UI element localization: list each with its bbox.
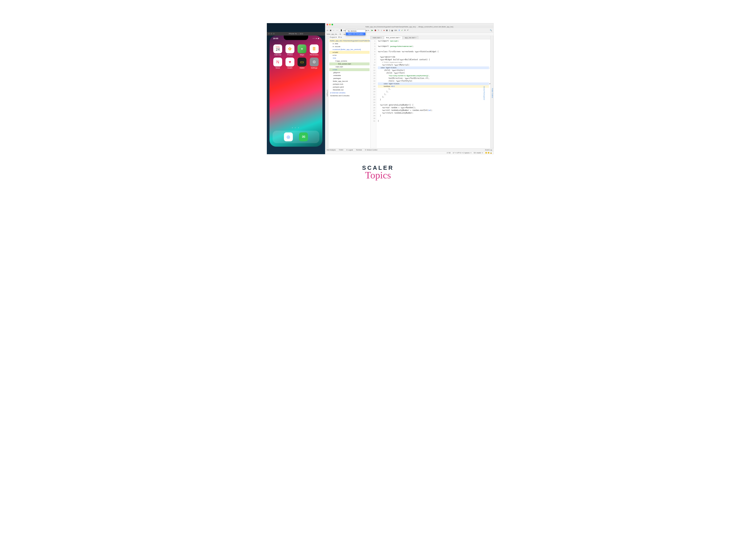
bottom-tab[interactable]: 6: Logcat (346, 149, 353, 151)
app-calendar[interactable]: Friday24Calendar (273, 44, 283, 56)
caret-position[interactable]: 17:30 (447, 152, 451, 154)
ios-simulator-window: iPhone Xs — 12.2 10:03 ··· ≈ ■ Friday24C… (267, 23, 325, 154)
tree-node[interactable]: main.dart (329, 65, 370, 68)
tree-node[interactable]: ▸ External Libraries (329, 91, 370, 94)
left-tool-tabs[interactable]: 1: ProjectResource ManagerLayout Capture… (325, 36, 328, 148)
tree-node[interactable]: .metadata (329, 74, 370, 77)
debug-button[interactable]: 🐞 (374, 29, 376, 31)
app-health[interactable]: ♥Health (285, 58, 295, 69)
dock-app-safari[interactable]: ◎ (284, 133, 293, 141)
editor-tab[interactable]: main.dart × (371, 36, 384, 39)
project-tool-window[interactable]: Project ▾ ⚙ ⇲ flutter_app_two /Volumes/A… (328, 36, 371, 148)
event-log-tab[interactable]: Event Log (485, 149, 492, 151)
editor-tab[interactable]: first_screen.dart × (384, 36, 402, 39)
app-reminders[interactable]: ≣Reminders (309, 44, 320, 56)
sdk-icon[interactable]: ⬓ (391, 29, 393, 31)
bottom-tab[interactable]: 9: Version Control (365, 149, 377, 151)
window-title: flutter_app_two [/Volumes/Augusta/Cross/… (325, 26, 493, 28)
tree-node[interactable]: ▸ test (329, 68, 370, 71)
tree-node[interactable]: Scratches and Consoles (329, 94, 370, 97)
attach-button[interactable]: ⤓ (381, 29, 382, 31)
tree-node[interactable]: ▸ .vscode (329, 45, 370, 48)
git-label: Git: (394, 29, 397, 31)
scaler-topics-logo: SCALER Topics (237, 165, 519, 181)
project-view-selector[interactable]: Project ▾ ⚙ ⇲ (328, 36, 370, 39)
tree-node[interactable]: pubspec.lock (329, 83, 370, 86)
window-controls[interactable] (325, 23, 493, 26)
tree-node[interactable]: ▾ lib (329, 57, 370, 60)
bottom-tab[interactable]: Terminal (356, 149, 362, 151)
run-button[interactable]: ▶ (372, 29, 373, 31)
editor-tab[interactable]: app_bar.dart × (403, 36, 418, 39)
app-photos[interactable]: ✿Photos (285, 44, 295, 56)
back-icon[interactable]: ← (333, 29, 335, 31)
open-icon[interactable]: ▭ (327, 29, 328, 31)
profile-button[interactable]: ↻ (378, 29, 379, 31)
git-commit-icon[interactable]: ✔ (401, 29, 403, 31)
git-revert-icon[interactable]: ↶ (407, 29, 409, 31)
status-face-icon[interactable]: 🙂 🙂 🔒 (485, 152, 492, 154)
editor-area: main.dart ×first_screen.dart ×app_bar.da… (371, 36, 490, 148)
simulator-title: iPhone Xs — 12.2 (289, 33, 303, 35)
tree-node[interactable]: .packages (329, 77, 370, 80)
tree-node[interactable]: ▸ android [flutter_app_two_android] (329, 48, 370, 51)
git-branch[interactable]: Git: master ⇥ (474, 152, 483, 154)
editor-tabs: main.dart ×first_screen.dart ×app_bar.da… (371, 36, 490, 39)
gutter: 1234567891011121314151617181920212223242… (371, 39, 376, 148)
save-icon[interactable]: ▣ (330, 29, 332, 31)
tree-node[interactable]: ▸ build (329, 51, 370, 54)
iphone-screen[interactable]: 10:03 ··· ≈ ■ Friday24Calendar✿Photos⌖Ma… (269, 36, 322, 147)
device-selector-popup[interactable]: No devices Open iOS Simulator (346, 29, 366, 36)
tool-tab[interactable]: Device File Explorer (483, 86, 485, 100)
android-studio-window: flutter_app_two [/Volumes/Augusta/Cross/… (325, 23, 494, 154)
layout-inspector-icon[interactable]: ▦ (386, 29, 388, 31)
tree-node[interactable]: pubspec.yaml (329, 86, 370, 88)
tree-node[interactable]: ▸ .idea (329, 42, 370, 45)
search-icon[interactable]: 🔍 (490, 29, 492, 31)
simulator-titlebar[interactable]: iPhone Xs — 12.2 (267, 32, 325, 36)
popup-open-ios-simulator[interactable]: Open iOS Simulator (346, 32, 365, 35)
tree-node[interactable]: .gitignore (329, 71, 370, 74)
window-controls[interactable] (268, 33, 275, 34)
right-tool-tabs[interactable]: Flutter OutlineDevice File Explorer (490, 36, 493, 148)
git-history-icon[interactable]: ⟳ (404, 29, 406, 31)
git-update-icon[interactable]: ⬇ (398, 29, 400, 31)
bottom-tab[interactable]: Dart Analysis (327, 149, 336, 151)
app-wallet[interactable]: ▭Wallet (297, 58, 307, 69)
app-maps[interactable]: ⌖Maps (297, 44, 307, 56)
page-indicator: • ○ ○ (269, 127, 322, 129)
tree-node[interactable]: flutter_app_two /Volumes/Augusta/Cross/F… (329, 39, 370, 42)
tree-node[interactable]: flutter_app_two.iml (329, 80, 370, 83)
tree-node[interactable]: README.md (329, 88, 370, 91)
bottom-tool-tabs[interactable]: Dart AnalysisTODO6: LogcatTerminal9: Ver… (325, 148, 493, 151)
status-time: 10:03 (273, 37, 278, 40)
stop-button[interactable]: ■ (384, 29, 385, 31)
forward-icon[interactable]: → (336, 29, 338, 31)
bottom-tab[interactable]: TODO (339, 149, 343, 151)
dock-app-messages[interactable]: ✉ (299, 133, 308, 141)
app-settings[interactable]: ⚙Settings (309, 58, 320, 69)
home-grid: Friday24Calendar✿Photos⌖Maps≣RemindersNN… (273, 44, 319, 69)
popup-no-devices: No devices (346, 30, 365, 32)
code-editor[interactable]: 1234567891011121314151617181920212223242… (371, 39, 490, 148)
status-indicators: ··· ≈ ■ (313, 37, 319, 40)
status-bar: 17:30 LF ⇥ UTF-8 ⇥ 2 spaces ⇥ Git: maste… (325, 151, 493, 154)
tree-node[interactable]: ▾ app_screens (329, 60, 370, 62)
avd-icon[interactable]: ▯ (389, 29, 390, 31)
dock: ◎✉ (273, 131, 319, 143)
tool-tab[interactable]: Flutter Outline (492, 88, 493, 98)
status-bar: 10:03 ··· ≈ ■ (269, 37, 322, 42)
encoding[interactable]: LF ⇥ UTF-8 ⇥ 2 spaces ⇥ (453, 152, 471, 154)
tree-node[interactable]: ▸ ios (329, 54, 370, 57)
tree-node[interactable]: first_screen.dart (329, 62, 370, 65)
tool-tab[interactable]: 1: Project (327, 90, 328, 97)
app-news[interactable]: NNews (273, 58, 283, 69)
